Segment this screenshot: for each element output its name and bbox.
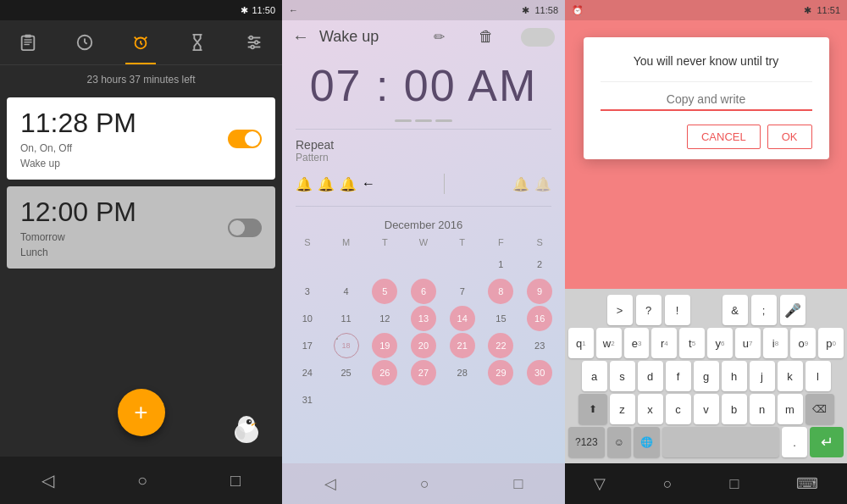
cal-day-2[interactable]: 2 bbox=[527, 252, 552, 277]
cal-day-20[interactable]: 20 bbox=[411, 333, 436, 358]
back-button-1[interactable]: ◁ bbox=[42, 470, 54, 490]
edit-icon[interactable]: ✏ bbox=[434, 29, 445, 45]
keyboard-button[interactable]: ⌨ bbox=[796, 474, 818, 493]
bell-3[interactable]: 🔔 bbox=[340, 176, 357, 192]
key-l[interactable]: l bbox=[805, 361, 831, 391]
nav-settings[interactable] bbox=[239, 27, 269, 58]
dialog-input[interactable] bbox=[601, 89, 812, 111]
key-space[interactable] bbox=[662, 427, 779, 457]
recents-button-3[interactable]: □ bbox=[729, 475, 739, 493]
cal-day-19[interactable]: 19 bbox=[372, 333, 397, 358]
bell-5[interactable]: 🔔 bbox=[534, 176, 551, 192]
key-emoji[interactable]: ☺ bbox=[607, 427, 631, 457]
key-3[interactable]: e3 bbox=[624, 328, 650, 358]
home-button-2[interactable]: ○ bbox=[420, 475, 429, 493]
bell-2[interactable]: 🔔 bbox=[318, 176, 335, 192]
alarm-card-1[interactable]: 11:28 PM On, On, Off Wake up bbox=[7, 97, 275, 180]
cal-day-1[interactable]: 1 bbox=[488, 252, 513, 277]
cal-day-7[interactable]: 7 bbox=[450, 279, 475, 304]
back-arrow-2[interactable]: ← bbox=[292, 27, 309, 47]
key-delete[interactable]: ⌫ bbox=[805, 394, 834, 424]
nav-timer[interactable] bbox=[182, 27, 213, 58]
cal-day-26[interactable]: 26 bbox=[372, 360, 397, 385]
key-a[interactable]: a bbox=[582, 361, 607, 391]
key-z[interactable]: z bbox=[610, 394, 635, 424]
cal-day-29[interactable]: 29 bbox=[488, 360, 513, 385]
cal-day-27[interactable]: 27 bbox=[411, 360, 436, 385]
key-b[interactable]: b bbox=[722, 394, 747, 424]
key-8[interactable]: i8 bbox=[763, 328, 789, 358]
nav-clock[interactable] bbox=[69, 27, 100, 58]
cal-day-6[interactable]: 6 bbox=[411, 279, 436, 304]
key-5[interactable]: t5 bbox=[679, 328, 705, 358]
key-0[interactable]: p0 bbox=[818, 328, 844, 358]
key-7[interactable]: u7 bbox=[735, 328, 761, 358]
cal-day-10[interactable]: 10 bbox=[295, 306, 320, 331]
ok-button[interactable]: OK bbox=[767, 125, 812, 149]
add-alarm-fab[interactable]: + bbox=[118, 389, 165, 436]
key-4[interactable]: r4 bbox=[651, 328, 677, 358]
cal-day-23[interactable]: 23 bbox=[527, 333, 552, 358]
key-v[interactable]: v bbox=[694, 394, 719, 424]
cal-day-22[interactable]: 22 bbox=[488, 333, 513, 358]
nav-clipboard[interactable] bbox=[13, 27, 43, 58]
home-button-1[interactable]: ○ bbox=[137, 471, 147, 490]
key-9[interactable]: o9 bbox=[790, 328, 816, 358]
key-question[interactable]: ? bbox=[636, 295, 662, 325]
nav-alarm[interactable] bbox=[125, 27, 156, 58]
cal-day-18[interactable]: •18 bbox=[334, 333, 359, 358]
arrow-left[interactable]: ← bbox=[362, 176, 375, 192]
key-h[interactable]: h bbox=[722, 361, 747, 391]
cal-day-28[interactable]: 28 bbox=[450, 360, 475, 385]
delete-icon[interactable]: 🗑 bbox=[479, 28, 494, 46]
key-c[interactable]: c bbox=[666, 394, 691, 424]
cal-day-30[interactable]: 30 bbox=[527, 360, 552, 385]
cal-day-14[interactable]: 14 bbox=[450, 306, 475, 331]
cancel-button[interactable]: CANCEL bbox=[687, 125, 761, 149]
key-ampersand[interactable]: & bbox=[722, 295, 748, 325]
key-sym[interactable]: ?123 bbox=[568, 427, 605, 457]
key-1[interactable]: q1 bbox=[568, 328, 594, 358]
key-2[interactable]: w2 bbox=[596, 328, 622, 358]
key-x[interactable]: x bbox=[638, 394, 663, 424]
cal-day-16[interactable]: 16 bbox=[527, 306, 552, 331]
key-shift[interactable]: ⬆ bbox=[579, 394, 607, 424]
back-button-2[interactable]: ◁ bbox=[324, 474, 336, 493]
alarm-time-display[interactable]: 07 : 00 AM bbox=[282, 53, 565, 118]
cal-day-17[interactable]: 17 bbox=[295, 333, 320, 358]
cal-day-21[interactable]: 21 bbox=[450, 333, 475, 358]
key-j[interactable]: j bbox=[750, 361, 775, 391]
cal-day-31[interactable]: 31 bbox=[295, 387, 320, 413]
key-globe[interactable]: 🌐 bbox=[634, 427, 660, 457]
key-enter[interactable]: ↵ bbox=[810, 427, 844, 457]
cal-day-8[interactable]: 8 bbox=[488, 279, 513, 304]
recents-button-1[interactable]: □ bbox=[230, 471, 241, 490]
recents-button-2[interactable]: □ bbox=[513, 475, 523, 493]
cal-day-13[interactable]: 13 bbox=[411, 306, 436, 331]
key-n[interactable]: n bbox=[750, 394, 775, 424]
key-s[interactable]: s bbox=[610, 361, 635, 391]
key-mic[interactable]: 🎤 bbox=[780, 295, 805, 325]
key-f[interactable]: f bbox=[666, 361, 691, 391]
cal-day-12[interactable]: 12 bbox=[372, 306, 397, 331]
back-button-3[interactable]: ▽ bbox=[594, 474, 606, 493]
bell-1[interactable]: 🔔 bbox=[296, 176, 313, 192]
key-d[interactable]: d bbox=[638, 361, 663, 391]
cal-day-4[interactable]: 4 bbox=[334, 279, 359, 304]
alarm-toggle-2[interactable] bbox=[228, 219, 262, 237]
key-gt[interactable]: > bbox=[607, 295, 633, 325]
key-period[interactable]: . bbox=[782, 427, 807, 457]
cal-day-5[interactable]: 5 bbox=[372, 279, 397, 304]
cal-day-15[interactable]: 15 bbox=[488, 306, 513, 331]
key-semicolon[interactable]: ; bbox=[751, 295, 777, 325]
cal-day-3[interactable]: 3 bbox=[295, 279, 320, 304]
key-g[interactable]: g bbox=[694, 361, 719, 391]
cal-day-24[interactable]: 24 bbox=[295, 360, 320, 385]
cal-day-11[interactable]: 11 bbox=[334, 306, 359, 331]
alarm-card-2[interactable]: 12:00 PM Tomorrow Lunch bbox=[7, 186, 275, 269]
bell-4[interactable]: 🔔 bbox=[512, 176, 529, 192]
cal-day-25[interactable]: 25 bbox=[334, 360, 359, 385]
cal-day-9[interactable]: 9 bbox=[527, 279, 552, 304]
key-6[interactable]: y6 bbox=[707, 328, 733, 358]
alarm-edit-toggle[interactable] bbox=[521, 28, 555, 47]
